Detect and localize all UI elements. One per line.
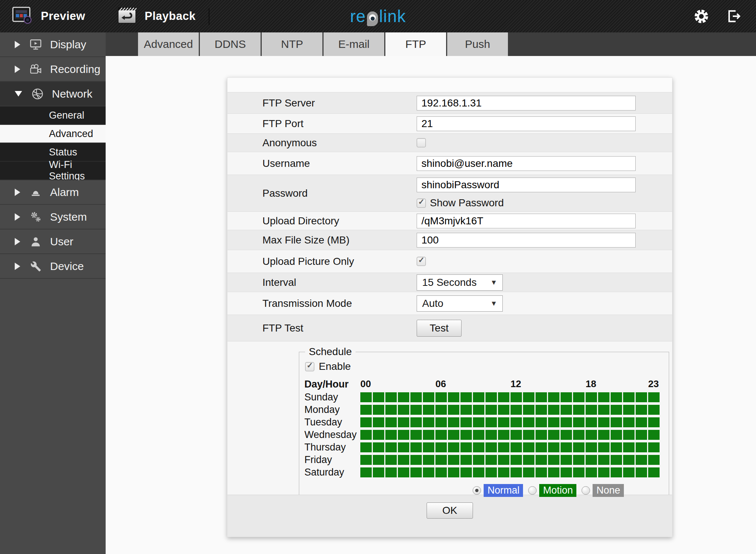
mode-none[interactable]: None [582,484,624,497]
schedule-cell[interactable] [536,467,547,477]
schedule-cell[interactable] [385,417,397,427]
schedule-cell[interactable] [473,430,484,440]
schedule-cell[interactable] [398,392,409,402]
schedule-cell[interactable] [536,430,547,440]
sidebar-subitem-general[interactable]: General [0,106,106,125]
upload-picture-only-checkbox[interactable] [417,257,426,266]
schedule-cell[interactable] [536,455,547,465]
schedule-enable-checkbox[interactable] [305,362,314,371]
schedule-cell[interactable] [473,442,484,452]
schedule-cell[interactable] [360,392,372,402]
schedule-cell[interactable] [410,467,422,477]
schedule-cell[interactable] [435,430,447,440]
schedule-cell[interactable] [611,417,622,427]
schedule-cell[interactable] [636,455,647,465]
schedule-cell[interactable] [460,467,472,477]
ok-button[interactable]: OK [427,502,473,519]
username-input[interactable] [417,156,636,171]
schedule-cell[interactable] [611,392,622,402]
schedule-cell[interactable] [648,442,660,452]
schedule-cell[interactable] [586,467,597,477]
schedule-cell[interactable] [623,405,635,415]
schedule-cell[interactable] [498,467,509,477]
schedule-cell[interactable] [648,467,660,477]
gear-icon[interactable] [693,8,710,25]
schedule-cell[interactable] [523,430,534,440]
schedule-cell[interactable] [598,392,610,402]
schedule-cell[interactable] [460,442,472,452]
schedule-cell[interactable] [636,417,647,427]
sidebar-subitem-advanced[interactable]: Advanced [0,125,106,143]
schedule-cell[interactable] [448,455,459,465]
tab-email[interactable]: E-mail [324,32,384,56]
schedule-cell[interactable] [410,392,422,402]
sidebar-item-user[interactable]: User [0,229,106,254]
schedule-cell[interactable] [511,417,522,427]
schedule-cell[interactable] [561,430,572,440]
schedule-cell[interactable] [573,392,584,402]
ftp-server-input[interactable] [417,96,636,111]
tab-push[interactable]: Push [447,32,508,56]
schedule-cell[interactable] [611,405,622,415]
schedule-cell[interactable] [460,430,472,440]
schedule-cell[interactable] [398,417,409,427]
schedule-cell[interactable] [511,442,522,452]
schedule-cell[interactable] [485,392,497,402]
ftp-port-input[interactable] [417,116,636,131]
tab-advanced[interactable]: Advanced [138,32,199,56]
schedule-cell[interactable] [623,442,635,452]
schedule-cell[interactable] [485,417,497,427]
schedule-cell[interactable] [548,455,559,465]
schedule-cell[interactable] [598,417,610,427]
none-radio[interactable] [582,486,590,495]
upload-directory-input[interactable] [417,214,636,228]
schedule-cell[interactable] [473,455,484,465]
schedule-cell[interactable] [623,392,635,402]
schedule-cell[interactable] [536,392,547,402]
schedule-cell[interactable] [435,392,447,402]
schedule-cell[interactable] [485,430,497,440]
schedule-cell[interactable] [611,430,622,440]
password-input[interactable] [417,178,636,192]
schedule-cell[interactable] [573,405,584,415]
schedule-cell[interactable] [636,405,647,415]
schedule-cell[interactable] [548,392,559,402]
schedule-cell[interactable] [460,417,472,427]
schedule-cell[interactable] [511,455,522,465]
schedule-cell[interactable] [586,455,597,465]
schedule-cell[interactable] [473,405,484,415]
show-password-checkbox[interactable] [417,199,426,208]
schedule-cell[interactable] [398,442,409,452]
schedule-cell[interactable] [373,442,384,452]
schedule-cell[interactable] [498,405,509,415]
schedule-cell[interactable] [561,392,572,402]
schedule-cell[interactable] [623,417,635,427]
schedule-cell[interactable] [373,405,384,415]
schedule-cell[interactable] [598,405,610,415]
sidebar-item-alarm[interactable]: Alarm [0,180,106,205]
sidebar-item-system[interactable]: System [0,205,106,229]
sidebar-item-device[interactable]: Device [0,254,106,279]
schedule-cell[interactable] [435,455,447,465]
schedule-cell[interactable] [360,417,372,427]
schedule-cell[interactable] [423,417,434,427]
tab-ddns[interactable]: DDNS [200,32,261,56]
schedule-cell[interactable] [636,467,647,477]
schedule-cell[interactable] [385,455,397,465]
schedule-cell[interactable] [435,442,447,452]
schedule-cell[interactable] [648,392,660,402]
schedule-cell[interactable] [536,417,547,427]
schedule-cell[interactable] [623,455,635,465]
schedule-cell[interactable] [398,455,409,465]
schedule-cell[interactable] [636,430,647,440]
schedule-cell[interactable] [573,442,584,452]
preview-button[interactable]: Preview [12,0,85,32]
schedule-cell[interactable] [410,405,422,415]
schedule-cell[interactable] [423,455,434,465]
ftp-test-button[interactable]: Test [417,320,462,337]
schedule-cell[interactable] [573,455,584,465]
schedule-cell[interactable] [485,442,497,452]
schedule-cell[interactable] [423,467,434,477]
schedule-cell[interactable] [598,467,610,477]
schedule-cell[interactable] [398,467,409,477]
